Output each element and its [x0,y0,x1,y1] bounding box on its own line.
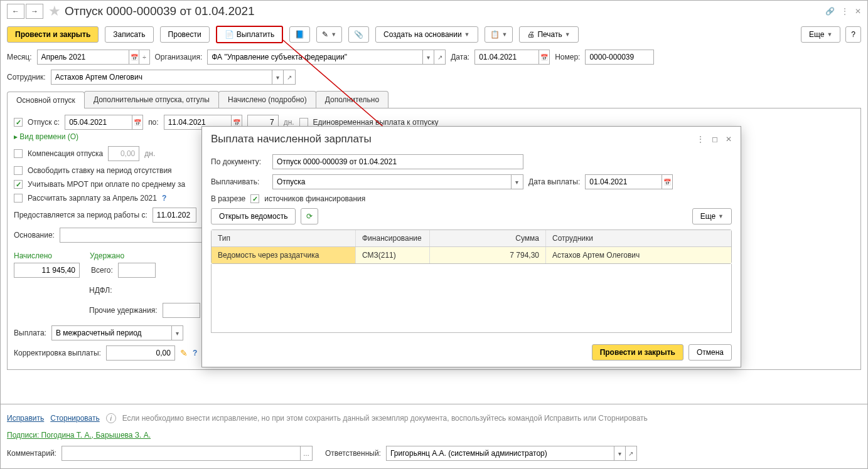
save-button[interactable]: Записать [105,26,153,43]
more-button[interactable]: Еще▼ [801,26,840,43]
emp-input[interactable]: ▾ ↗ [51,70,296,85]
tab-additional[interactable]: Дополнительные отпуска, отгулы [84,91,219,108]
window-title: Отпуск 0000-000039 от 01.04.2021 [65,4,255,18]
vacation-checkbox[interactable] [14,118,23,127]
date-label: Дата: [451,53,469,61]
slice-option: источников финансирования [264,194,365,203]
nav-back[interactable]: ← [7,4,24,19]
dialog-more-button[interactable]: Еще▼ [692,208,732,224]
release-checkbox[interactable] [14,166,23,175]
comp-input[interactable] [108,146,139,161]
correction-input[interactable] [106,345,175,361]
print-button[interactable]: 🖨 Печать▼ [519,26,578,43]
paymethod-label: Выплачивать: [211,177,267,186]
open-icon[interactable]: ↗ [283,70,294,84]
comp-unit: дн. [144,149,155,158]
stepper-icon[interactable]: ÷ [139,50,149,64]
fix-link[interactable]: Исправить [7,414,44,423]
dropdown-icon[interactable]: ▾ [422,50,434,64]
kebab-icon[interactable]: ⋮ [841,7,849,16]
slice-checkbox[interactable] [250,194,259,203]
withheld-heading: Удержано [90,251,124,260]
paymethod-input[interactable]: ▾ [272,174,523,189]
stamp-button[interactable]: 📋▼ [485,26,513,43]
tab-extra[interactable]: Дополнительно [316,91,388,108]
mrot-checkbox[interactable] [14,180,23,189]
help-icon[interactable]: ? [162,194,166,203]
other-input[interactable] [163,303,200,318]
month-label: Месяц: [7,53,32,61]
bydoc-input[interactable] [272,154,523,169]
dialog-kebab-icon[interactable]: ⋮ [697,135,704,144]
resp-input[interactable]: ▾↗ [386,446,637,461]
emp-label: Сотрудник: [7,73,46,82]
favorite-star-icon[interactable]: ★ [48,3,61,19]
dropdown-icon[interactable]: ▾ [272,70,283,84]
ndfl-label: НДФЛ: [89,286,112,295]
refresh-button[interactable]: ⟳ [301,208,318,224]
signatures-link[interactable]: Подписи: Погодина Т. А., Барышева З. А. [7,431,151,440]
date-from-input[interactable]: 📅 [65,115,143,130]
nav-forward[interactable]: → [26,4,43,19]
calendar-icon[interactable]: 📅 [538,50,549,64]
comp-checkbox[interactable] [14,149,23,158]
period-label: Предоставляется за период работы с: [14,211,147,219]
attachment-button[interactable]: 📎 [348,26,369,43]
tab-main[interactable]: Основной отпуск [7,92,85,108]
num-label: Номер: [555,53,580,61]
pay-button[interactable]: 📄 Выплатить [216,26,284,43]
to-label: по: [148,118,159,127]
pencil-icon[interactable]: ✎ [180,348,188,358]
payout-label: Выплата: [14,329,46,337]
dialog-maximize-icon[interactable]: ◻ [712,135,718,144]
slice-label: В разрезе [211,194,245,203]
calc-checkbox[interactable] [14,194,23,203]
comment-input[interactable]: … [62,446,313,461]
info-icon: i [106,413,116,423]
col-emps[interactable]: Сотрудники [546,230,731,246]
accrued-heading: Начислено [14,251,52,260]
table-empty-area [211,264,732,333]
payment-dialog: Выплата начисленной зарплаты ⋮ ◻ ✕ По до… [201,126,741,367]
col-fin[interactable]: Финансирование [356,230,430,246]
edit-icon-button[interactable]: ✎▼ [316,26,342,43]
dialog-post-close-button[interactable]: Провести и закрыть [592,344,683,361]
paydate-label: Дата выплаты: [528,177,580,186]
printer-icon: 🖨 [527,30,535,39]
col-type[interactable]: Тип [212,230,356,246]
dialog-cancel-button[interactable]: Отмена [689,344,732,361]
num-input[interactable] [585,50,654,65]
open-icon[interactable]: ↗ [434,50,445,64]
date-input[interactable]: 📅 [474,50,550,65]
accrued-value[interactable] [14,263,80,278]
document-icon: 📄 [225,30,234,39]
post-button[interactable]: Провести [160,26,210,43]
time-type-expander[interactable]: ▸ Вид времени (О) [14,132,78,141]
col-sum[interactable]: Сумма [430,230,546,246]
resp-label: Ответственный: [325,449,381,458]
post-and-close-button[interactable]: Провести и закрыть [7,26,99,43]
calendar-icon[interactable]: 📅 [129,50,139,64]
create-based-button[interactable]: Создать на основании▼ [375,26,478,43]
basis-input[interactable] [60,228,204,243]
dialog-close-icon[interactable]: ✕ [726,135,732,144]
month-input[interactable]: 📅 ÷ [37,50,150,65]
paydate-input[interactable]: 📅 [585,174,673,189]
other-label: Прочие удержания: [89,306,158,315]
period-from-input[interactable] [153,208,196,223]
report-icon-button[interactable]: 📘 [289,26,310,43]
open-sheet-button[interactable]: Открыть ведомость [211,208,296,224]
tab-accrued[interactable]: Начислено (подробно) [218,91,316,108]
org-input[interactable]: ▾ ↗ [207,50,446,65]
payout-input[interactable]: ▾ [51,325,183,340]
close-icon[interactable]: ✕ [855,7,861,16]
total-input[interactable] [118,263,156,278]
link-icon[interactable]: 🔗 [825,7,835,16]
vacation-label: Отпуск с: [28,118,60,127]
table-row[interactable]: Ведомость через раздатчика СМЗ(211) 7 79… [212,247,731,263]
onetime-checkbox[interactable] [299,118,308,127]
days-unit: дн. [284,118,294,127]
help-icon[interactable]: ? [193,349,197,357]
help-button[interactable]: ? [845,26,861,43]
reverse-link[interactable]: Сторнировать [50,414,99,423]
